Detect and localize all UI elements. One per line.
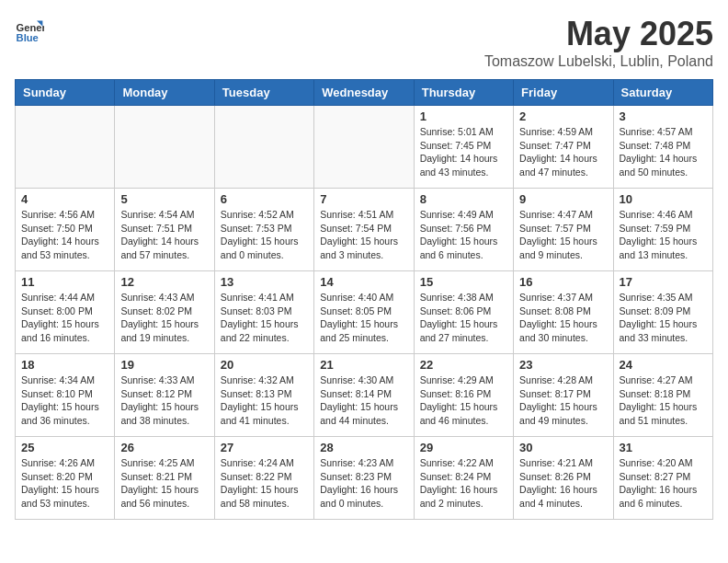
day-info: Sunrise: 4:54 AMSunset: 7:51 PMDaylight:…: [120, 208, 208, 262]
calendar-cell: 28Sunrise: 4:23 AMSunset: 8:23 PMDayligh…: [314, 437, 414, 520]
calendar-cell: 9Sunrise: 4:47 AMSunset: 7:57 PMDaylight…: [514, 189, 613, 271]
day-number: 9: [519, 192, 607, 206]
calendar-cell: 5Sunrise: 4:54 AMSunset: 7:51 PMDaylight…: [115, 189, 214, 271]
day-number: 2: [519, 109, 607, 123]
day-number: 8: [420, 192, 507, 206]
calendar-cell: 31Sunrise: 4:20 AMSunset: 8:27 PMDayligh…: [613, 437, 712, 520]
calendar-cell: 17Sunrise: 4:35 AMSunset: 8:09 PMDayligh…: [613, 271, 712, 354]
calendar-cell: 14Sunrise: 4:40 AMSunset: 8:05 PMDayligh…: [314, 271, 414, 354]
weekday-header-tuesday: Tuesday: [214, 80, 313, 106]
day-info: Sunrise: 4:23 AMSunset: 8:23 PMDaylight:…: [320, 456, 407, 511]
calendar-cell: 1Sunrise: 5:01 AMSunset: 7:45 PMDaylight…: [414, 106, 513, 189]
day-number: 10: [620, 192, 707, 206]
day-number: 5: [120, 192, 208, 206]
day-number: 27: [221, 441, 308, 454]
weekday-header-sunday: Sunday: [16, 80, 115, 106]
calendar-header-row: SundayMondayTuesdayWednesdayThursdayFrid…: [16, 80, 713, 106]
day-number: 29: [420, 441, 507, 454]
calendar-cell: 22Sunrise: 4:29 AMSunset: 8:16 PMDayligh…: [414, 354, 513, 437]
day-info: Sunrise: 4:40 AMSunset: 8:05 PMDaylight:…: [320, 291, 407, 345]
day-number: 20: [221, 358, 308, 372]
calendar-cell: 25Sunrise: 4:26 AMSunset: 8:20 PMDayligh…: [16, 437, 115, 520]
weekday-header-wednesday: Wednesday: [314, 80, 414, 106]
day-info: Sunrise: 4:57 AMSunset: 7:48 PMDaylight:…: [620, 125, 707, 179]
day-info: Sunrise: 4:29 AMSunset: 8:16 PMDaylight:…: [420, 373, 507, 428]
calendar-cell: 4Sunrise: 4:56 AMSunset: 7:50 PMDaylight…: [16, 189, 115, 271]
day-info: Sunrise: 4:33 AMSunset: 8:12 PMDaylight:…: [120, 373, 208, 428]
day-number: 17: [620, 275, 707, 289]
calendar-cell: [115, 106, 214, 189]
calendar-cell: 10Sunrise: 4:46 AMSunset: 7:59 PMDayligh…: [613, 189, 712, 271]
day-info: Sunrise: 4:44 AMSunset: 8:00 PMDaylight:…: [21, 291, 108, 345]
day-info: Sunrise: 4:38 AMSunset: 8:06 PMDaylight:…: [420, 291, 507, 345]
calendar-body: 1Sunrise: 5:01 AMSunset: 7:45 PMDaylight…: [16, 106, 713, 520]
day-number: 6: [221, 192, 308, 206]
calendar-cell: 18Sunrise: 4:34 AMSunset: 8:10 PMDayligh…: [16, 354, 115, 437]
calendar-cell: 30Sunrise: 4:21 AMSunset: 8:26 PMDayligh…: [514, 437, 613, 520]
day-number: 30: [519, 441, 607, 454]
day-number: 25: [21, 441, 108, 454]
week-row-1: 1Sunrise: 5:01 AMSunset: 7:45 PMDaylight…: [16, 106, 713, 189]
day-info: Sunrise: 4:46 AMSunset: 7:59 PMDaylight:…: [620, 208, 707, 262]
day-info: Sunrise: 4:32 AMSunset: 8:13 PMDaylight:…: [221, 373, 308, 428]
day-info: Sunrise: 5:01 AMSunset: 7:45 PMDaylight:…: [420, 125, 507, 179]
day-info: Sunrise: 4:25 AMSunset: 8:21 PMDaylight:…: [120, 456, 208, 511]
day-info: Sunrise: 4:35 AMSunset: 8:09 PMDaylight:…: [620, 291, 707, 345]
calendar-cell: 12Sunrise: 4:43 AMSunset: 8:02 PMDayligh…: [115, 271, 214, 354]
day-number: 24: [620, 358, 707, 372]
day-number: 16: [519, 275, 607, 289]
calendar-cell: 6Sunrise: 4:52 AMSunset: 7:53 PMDaylight…: [214, 189, 313, 271]
day-info: Sunrise: 4:27 AMSunset: 8:18 PMDaylight:…: [620, 373, 707, 428]
day-number: 3: [620, 109, 707, 123]
day-number: 14: [320, 275, 407, 289]
day-info: Sunrise: 4:34 AMSunset: 8:10 PMDaylight:…: [21, 373, 108, 428]
day-number: 11: [21, 275, 108, 289]
day-number: 26: [120, 441, 208, 454]
calendar-table: SundayMondayTuesdayWednesdayThursdayFrid…: [15, 79, 713, 520]
week-row-3: 11Sunrise: 4:44 AMSunset: 8:00 PMDayligh…: [16, 271, 713, 354]
day-info: Sunrise: 4:47 AMSunset: 7:57 PMDaylight:…: [519, 208, 607, 262]
calendar-cell: 2Sunrise: 4:59 AMSunset: 7:47 PMDaylight…: [514, 106, 613, 189]
calendar-cell: 23Sunrise: 4:28 AMSunset: 8:17 PMDayligh…: [514, 354, 613, 437]
logo-icon: General Blue: [15, 15, 44, 44]
page-header: General Blue May 2025 Tomaszow Lubelski,…: [15, 15, 713, 70]
month-title: May 2025: [484, 15, 713, 53]
calendar-cell: 13Sunrise: 4:41 AMSunset: 8:03 PMDayligh…: [214, 271, 313, 354]
calendar-cell: [314, 106, 414, 189]
day-info: Sunrise: 4:26 AMSunset: 8:20 PMDaylight:…: [21, 456, 108, 511]
calendar-cell: 29Sunrise: 4:22 AMSunset: 8:24 PMDayligh…: [414, 437, 513, 520]
day-number: 22: [420, 358, 507, 372]
weekday-header-monday: Monday: [115, 80, 214, 106]
logo: General Blue: [15, 15, 44, 44]
calendar-cell: 3Sunrise: 4:57 AMSunset: 7:48 PMDaylight…: [613, 106, 712, 189]
day-info: Sunrise: 4:28 AMSunset: 8:17 PMDaylight:…: [519, 373, 607, 428]
calendar-cell: 26Sunrise: 4:25 AMSunset: 8:21 PMDayligh…: [115, 437, 214, 520]
calendar-cell: 27Sunrise: 4:24 AMSunset: 8:22 PMDayligh…: [214, 437, 313, 520]
weekday-header-saturday: Saturday: [613, 80, 712, 106]
day-info: Sunrise: 4:59 AMSunset: 7:47 PMDaylight:…: [519, 125, 607, 179]
day-number: 19: [120, 358, 208, 372]
calendar-cell: 11Sunrise: 4:44 AMSunset: 8:00 PMDayligh…: [16, 271, 115, 354]
weekday-header-thursday: Thursday: [414, 80, 513, 106]
day-number: 7: [320, 192, 407, 206]
day-number: 28: [320, 441, 407, 454]
calendar-cell: 16Sunrise: 4:37 AMSunset: 8:08 PMDayligh…: [514, 271, 613, 354]
day-info: Sunrise: 4:20 AMSunset: 8:27 PMDaylight:…: [620, 456, 707, 511]
day-number: 12: [120, 275, 208, 289]
day-number: 13: [221, 275, 308, 289]
calendar-cell: 21Sunrise: 4:30 AMSunset: 8:14 PMDayligh…: [314, 354, 414, 437]
calendar-cell: [214, 106, 313, 189]
day-info: Sunrise: 4:21 AMSunset: 8:26 PMDaylight:…: [519, 456, 607, 511]
day-info: Sunrise: 4:30 AMSunset: 8:14 PMDaylight:…: [320, 373, 407, 428]
weekday-header-friday: Friday: [514, 80, 613, 106]
day-info: Sunrise: 4:24 AMSunset: 8:22 PMDaylight:…: [221, 456, 308, 511]
week-row-4: 18Sunrise: 4:34 AMSunset: 8:10 PMDayligh…: [16, 354, 713, 437]
day-number: 1: [420, 109, 507, 123]
day-number: 31: [620, 441, 707, 454]
calendar-cell: 7Sunrise: 4:51 AMSunset: 7:54 PMDaylight…: [314, 189, 414, 271]
title-block: May 2025 Tomaszow Lubelski, Lublin, Pola…: [484, 15, 713, 70]
day-info: Sunrise: 4:37 AMSunset: 8:08 PMDaylight:…: [519, 291, 607, 345]
day-info: Sunrise: 4:51 AMSunset: 7:54 PMDaylight:…: [320, 208, 407, 262]
calendar-cell: 15Sunrise: 4:38 AMSunset: 8:06 PMDayligh…: [414, 271, 513, 354]
day-info: Sunrise: 4:56 AMSunset: 7:50 PMDaylight:…: [21, 208, 108, 262]
